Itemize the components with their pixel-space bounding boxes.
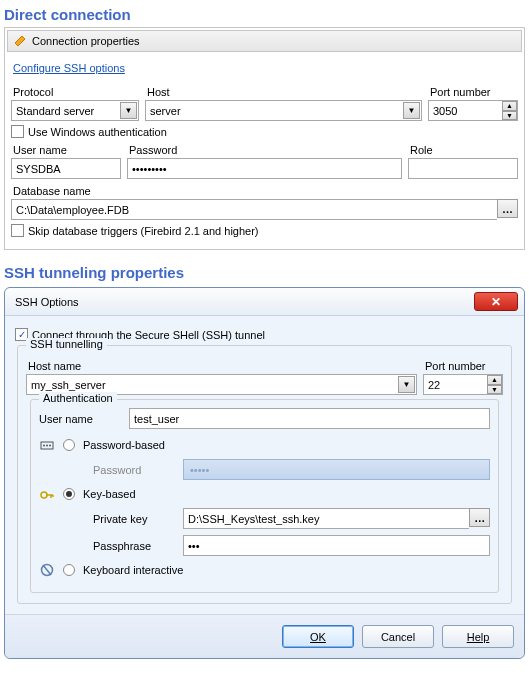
host-value: server [150,105,181,117]
keyboard-radio-label: Keyboard interactive [83,564,183,576]
close-icon: ✕ [491,295,501,309]
host-label: Host [147,86,422,98]
spin-up-icon[interactable]: ▲ [502,101,517,111]
win-auth-label: Use Windows authentication [28,126,167,138]
ssh-tunnelling-legend: SSH tunnelling [26,338,107,350]
ssh-password-disabled-input: ••••• [183,459,490,480]
ssh-host-value: my_ssh_server [31,379,106,391]
spin-down-icon[interactable]: ▼ [487,385,502,395]
skip-triggers-checkbox[interactable] [11,224,24,237]
ok-button[interactable]: OK [282,625,354,648]
password-radio-label: Password-based [83,439,165,451]
browse-key-button[interactable]: … [469,508,490,527]
chevron-down-icon[interactable]: ▼ [120,102,137,119]
password-mode-icon [39,437,55,453]
key-radio[interactable] [63,488,75,500]
key-radio-label: Key-based [83,488,136,500]
password-radio[interactable] [63,439,75,451]
private-key-label: Private key [93,513,173,525]
ssh-button-bar: OK Cancel Help [5,614,524,658]
ssh-host-label: Host name [28,360,417,372]
role-input[interactable] [408,158,518,179]
port-label: Port number [430,86,518,98]
ssh-user-input[interactable] [129,408,490,429]
ssh-options-window: SSH Options ✕ ✓ Connect through the Secu… [4,287,525,659]
help-button[interactable]: Help [442,625,514,648]
spin-down-icon[interactable]: ▼ [502,111,517,121]
ssh-window-title: SSH Options [15,296,79,308]
private-key-input[interactable] [183,508,469,529]
password-label: Password [129,144,402,156]
protocol-label: Protocol [13,86,139,98]
protocol-value: Standard server [16,105,94,117]
keyboard-mode-icon [39,562,55,578]
ssh-password-field-label: Password [93,464,173,476]
help-button-label: Help [467,631,490,643]
passphrase-label: Passphrase [93,540,173,552]
browse-database-button[interactable]: … [497,199,518,218]
database-input[interactable] [11,199,497,220]
password-input[interactable] [127,158,402,179]
user-label: User name [13,144,121,156]
skip-triggers-label: Skip database triggers (Firebird 2.1 and… [28,225,259,237]
auth-group: Authentication User name Password-based … [30,399,499,593]
spin-up-icon[interactable]: ▲ [487,375,502,385]
close-button[interactable]: ✕ [474,292,518,311]
chevron-down-icon[interactable]: ▼ [398,376,415,393]
direct-section-title: Direct connection [4,6,525,23]
svg-point-2 [46,445,48,447]
role-label: Role [410,144,518,156]
connection-toolbar-label: Connection properties [32,35,140,47]
passphrase-input[interactable] [183,535,490,556]
key-mode-icon [39,486,55,502]
keyboard-radio[interactable] [63,564,75,576]
ssh-port-label: Port number [425,360,503,372]
database-label: Database name [13,185,518,197]
connection-toolbar: Connection properties [7,30,522,52]
ssh-user-label: User name [39,413,119,425]
user-input[interactable] [11,158,121,179]
ssh-window-titlebar: SSH Options ✕ [5,288,524,316]
configure-ssh-link[interactable]: Configure SSH options [13,62,125,74]
ssh-section-title: SSH tunneling properties [4,264,525,281]
svg-point-1 [43,445,45,447]
chevron-down-icon[interactable]: ▼ [403,102,420,119]
connection-panel: Connection properties Configure SSH opti… [4,27,525,250]
cancel-button[interactable]: Cancel [362,625,434,648]
ssh-tunnelling-group: SSH tunnelling Host name my_ssh_server ▼… [17,345,512,604]
svg-point-3 [49,445,51,447]
host-select[interactable]: server ▼ [145,100,422,121]
protocol-select[interactable]: Standard server ▼ [11,100,139,121]
ok-button-label: OK [310,631,326,643]
plugin-icon [12,33,28,49]
win-auth-checkbox[interactable] [11,125,24,138]
auth-legend: Authentication [39,392,117,404]
